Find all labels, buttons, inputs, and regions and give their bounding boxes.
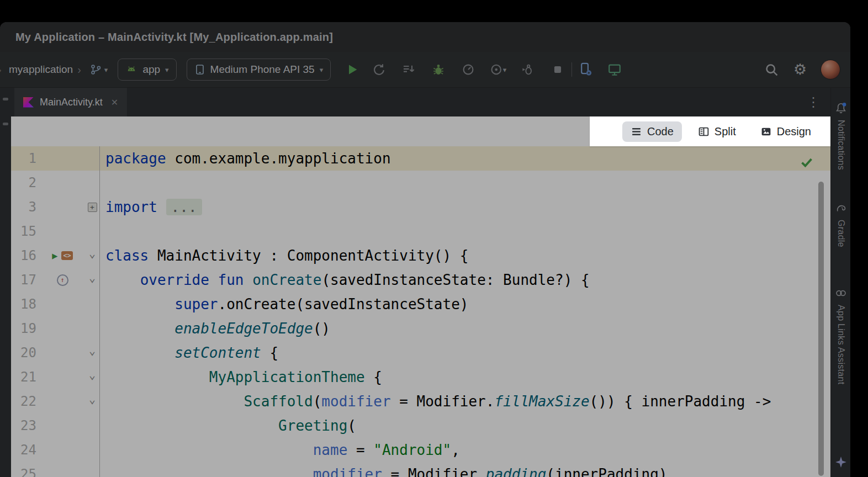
line-number: 18 bbox=[11, 292, 40, 316]
android-studio-window: My Application – MainActivity.kt [My_App… bbox=[0, 22, 850, 477]
profiler-dropdown-button[interactable]: ▾ bbox=[490, 61, 506, 78]
run-config-selector[interactable]: app ▾ bbox=[118, 59, 176, 81]
user-avatar[interactable] bbox=[821, 60, 840, 80]
line-number: 3 bbox=[11, 195, 40, 219]
search-everywhere-button[interactable] bbox=[763, 61, 780, 78]
code-line[interactable]: 15 bbox=[11, 219, 830, 243]
profile-app-button[interactable] bbox=[460, 61, 477, 78]
toolbar-separator bbox=[571, 62, 572, 77]
code-line[interactable]: 17↑⌄ override fun onCreate(savedInstance… bbox=[11, 268, 830, 292]
line-number: 2 bbox=[11, 171, 40, 195]
code-line[interactable]: 25 modifier = Modifier.padding(innerPadd… bbox=[11, 462, 830, 477]
fold-gutter-icon[interactable]: ⌄ bbox=[89, 368, 96, 381]
gemini-sparkle-icon[interactable] bbox=[835, 456, 847, 470]
line-number: 15 bbox=[11, 219, 40, 243]
gutter-icons bbox=[40, 219, 85, 243]
tab-options-kebab-icon[interactable]: ⋮ bbox=[807, 94, 821, 110]
fold-gutter-icon[interactable]: ⌄ bbox=[89, 393, 96, 406]
cropped-toolwindow-icon bbox=[3, 98, 8, 100]
code-text: name = "Android", bbox=[99, 438, 830, 462]
mode-design-button[interactable]: Design bbox=[752, 121, 819, 142]
gutter-icons bbox=[40, 146, 85, 171]
restart-activity-button[interactable] bbox=[371, 61, 387, 78]
debug-button[interactable] bbox=[430, 61, 447, 78]
code-lines: 1package com.example.myapplication23+imp… bbox=[11, 116, 830, 477]
expand-fold-gutter-icon[interactable]: + bbox=[88, 203, 97, 212]
tab-mainactivity[interactable]: MainActivity.kt ✕ bbox=[14, 88, 127, 116]
code-text: enableEdgeToEdge() bbox=[99, 316, 830, 341]
code-line[interactable]: 1package com.example.myapplication bbox=[11, 146, 830, 171]
stop-icon bbox=[552, 63, 564, 76]
vcs-widget[interactable]: ▾ bbox=[90, 63, 108, 76]
fold-column: ⌄ bbox=[85, 243, 99, 268]
mode-split-button[interactable]: Split bbox=[690, 121, 744, 142]
line-number: 20 bbox=[11, 341, 40, 365]
editor-tab-bar: MainActivity.kt ✕ ⋮ bbox=[11, 88, 830, 116]
apply-changes-button[interactable] bbox=[400, 61, 417, 78]
run-button[interactable] bbox=[344, 61, 361, 78]
gutter-icons bbox=[40, 341, 85, 365]
project-widget[interactable]: myapplication bbox=[9, 63, 73, 76]
chevron-right-icon: › bbox=[77, 63, 81, 76]
override-gutter-icon[interactable]: ↑ bbox=[57, 274, 68, 286]
tab-label: MainActivity.kt bbox=[40, 97, 103, 108]
toolwindow-gradle[interactable]: Gradle bbox=[835, 202, 847, 247]
code-line[interactable]: 18 super.onCreate(savedInstanceState) bbox=[11, 292, 830, 316]
code-line[interactable]: 20⌄ setContent { bbox=[11, 341, 830, 365]
debug-bug-icon bbox=[432, 63, 445, 76]
close-tab-icon[interactable]: ✕ bbox=[111, 97, 118, 108]
fold-column: + bbox=[85, 195, 99, 219]
gutter-icons bbox=[40, 414, 85, 438]
notifications-bell-icon bbox=[835, 102, 847, 114]
line-number: 17 bbox=[11, 268, 40, 292]
settings-button[interactable]: ⚙ bbox=[792, 61, 808, 78]
window-title: My Application – MainActivity.kt [My_App… bbox=[15, 31, 333, 44]
code-line[interactable]: 22⌄ Scaffold(modifier = Modifier.fillMax… bbox=[11, 389, 830, 414]
code-text: Scaffold(modifier = Modifier.fillMaxSize… bbox=[99, 389, 830, 414]
code-editor: 1package com.example.myapplication23+imp… bbox=[11, 116, 830, 477]
run-gutter-icon[interactable]: ▶ bbox=[52, 250, 57, 261]
toolwindow-app-links[interactable]: App Links Assistant bbox=[835, 287, 847, 384]
gutter-icons: ↑ bbox=[40, 268, 85, 292]
code-line[interactable]: 19 enableEdgeToEdge() bbox=[11, 316, 830, 341]
mode-code-button[interactable]: Code bbox=[622, 121, 682, 142]
fold-column bbox=[85, 292, 99, 316]
toolwindow-notifications[interactable]: Notifications bbox=[835, 102, 847, 170]
run-config-label: app bbox=[142, 63, 160, 76]
code-text: class MainActivity : ComponentActivity()… bbox=[99, 243, 830, 268]
device-icon bbox=[194, 64, 205, 75]
line-number: 21 bbox=[11, 365, 40, 389]
main-toolbar: › myapplication › ▾ bbox=[0, 52, 850, 88]
code-line[interactable]: 24 name = "Android", bbox=[11, 438, 830, 462]
fold-gutter-icon[interactable]: ⌄ bbox=[89, 271, 96, 284]
running-devices-button[interactable] bbox=[606, 61, 623, 78]
analysis-check-icon[interactable] bbox=[800, 155, 814, 172]
code-text: MyApplicationTheme { bbox=[99, 365, 830, 389]
restart-activity-icon bbox=[372, 63, 385, 76]
class-gutter-icon[interactable]: <> bbox=[61, 251, 72, 260]
fold-column: ⌄ bbox=[85, 341, 99, 365]
device-manager-icon bbox=[579, 62, 593, 77]
editor-scrollbar[interactable] bbox=[818, 182, 824, 476]
code-line[interactable]: 2 bbox=[11, 171, 830, 195]
code-line[interactable]: 23 Greeting( bbox=[11, 414, 830, 438]
fold-gutter-icon[interactable]: ⌄ bbox=[89, 344, 96, 357]
fold-gutter-icon[interactable]: ⌄ bbox=[89, 247, 96, 260]
device-selector[interactable]: Medium Phone API 35 ▾ bbox=[187, 59, 331, 81]
attach-debugger-button[interactable] bbox=[520, 61, 536, 78]
code-text: package com.example.myapplication bbox=[99, 146, 830, 171]
code-text: modifier = Modifier.padding(innerPadding… bbox=[99, 462, 830, 477]
toolwindow-gradle-label: Gradle bbox=[836, 220, 846, 247]
fold-column: ⌄ bbox=[85, 389, 99, 414]
code-line[interactable]: 21⌄ MyApplicationTheme { bbox=[11, 365, 830, 389]
stop-button[interactable] bbox=[549, 61, 566, 78]
toolbar-device-tools bbox=[578, 61, 623, 78]
code-line[interactable]: 16▶<>⌄class MainActivity : ComponentActi… bbox=[11, 243, 830, 268]
code-text bbox=[99, 219, 830, 243]
gradle-icon bbox=[835, 202, 847, 214]
device-manager-button[interactable] bbox=[578, 61, 594, 78]
line-number: 23 bbox=[11, 414, 40, 438]
chevron-down-icon: ▾ bbox=[320, 66, 324, 74]
fold-column: ⌄ bbox=[85, 365, 99, 389]
code-line[interactable]: 3+import ... bbox=[11, 195, 830, 219]
